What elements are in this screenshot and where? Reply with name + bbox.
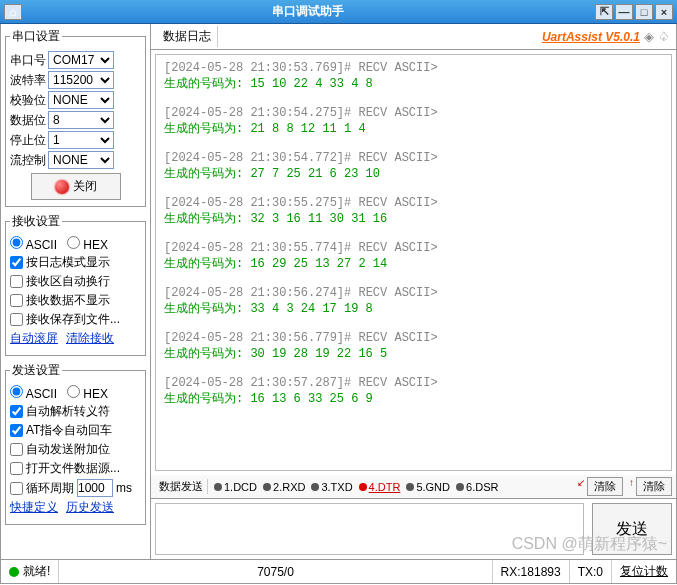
log-tab[interactable]: 数据日志 <box>157 26 218 47</box>
flow-label: 流控制 <box>10 152 48 169</box>
cycle-input[interactable] <box>77 479 113 497</box>
port-label: 串口号 <box>10 52 48 69</box>
recv-settings-legend: 接收设置 <box>10 213 62 230</box>
flow-select[interactable]: NONE <box>48 151 114 169</box>
parity-label: 校验位 <box>10 92 48 109</box>
log-header: 数据日志 UartAssist V5.0.1 ◈ ♤ <box>151 24 676 50</box>
close-port-button[interactable]: 关闭 <box>31 173 121 200</box>
signal-label: 1.DCD <box>224 481 257 493</box>
log-area[interactable]: [2024-05-28 21:30:53.769]# RECV ASCII>生成… <box>155 54 672 471</box>
signal-1.DCD[interactable]: 1.DCD <box>214 481 257 493</box>
status-reset[interactable]: 复位计数 <box>620 563 668 580</box>
signal-3.TXD[interactable]: 3.TXD <box>311 481 352 493</box>
brand-label[interactable]: UartAssist V5.0.1 <box>542 30 640 44</box>
status-ready: 就绪! <box>23 563 50 580</box>
status-rx: RX:181893 <box>501 565 561 579</box>
ready-icon <box>9 567 19 577</box>
status-tx: TX:0 <box>578 565 603 579</box>
log-timestamp: [2024-05-28 21:30:56.274]# RECV ASCII> <box>164 286 663 300</box>
recv-ascii-radio[interactable]: ASCII <box>10 236 57 252</box>
send-settings-group: 发送设置 ASCII HEX 自动解析转义符 AT指令自动回车 自动发送附加位 … <box>5 362 146 525</box>
status-center: 7075/0 <box>257 565 294 579</box>
recv-settings-group: 接收设置 ASCII HEX 按日志模式显示 接收区自动换行 接收数据不显示 接… <box>5 213 146 356</box>
log-timestamp: [2024-05-28 21:30:56.779]# RECV ASCII> <box>164 331 663 345</box>
send-escape-check[interactable] <box>10 405 23 418</box>
stopbits-label: 停止位 <box>10 132 48 149</box>
statusbar: 就绪! 7075/0 RX:181893 TX:0 复位计数 <box>0 560 677 584</box>
log-message: 生成的号码为: 33 4 3 24 17 19 8 <box>164 300 663 317</box>
send-hex-radio[interactable]: HEX <box>67 385 108 401</box>
signal-2.RXD[interactable]: 2.RXD <box>263 481 305 493</box>
port-settings-legend: 串口设置 <box>10 28 62 45</box>
log-timestamp: [2024-05-28 21:30:57.287]# RECV ASCII> <box>164 376 663 390</box>
log-message: 生成的号码为: 30 19 28 19 22 16 5 <box>164 345 663 362</box>
auto-scroll-link[interactable]: 自动滚屏 <box>10 330 58 347</box>
log-message: 生成的号码为: 16 29 25 13 27 2 14 <box>164 255 663 272</box>
log-message: 生成的号码为: 16 13 6 33 25 6 9 <box>164 390 663 407</box>
clear-arrow-icon: ↙ <box>577 477 585 496</box>
send-ascii-radio[interactable]: ASCII <box>10 385 57 401</box>
log-message: 生成的号码为: 21 8 8 12 11 1 4 <box>164 120 663 137</box>
diamond-icon[interactable]: ◈ <box>644 29 654 44</box>
signal-label: 2.RXD <box>273 481 305 493</box>
signal-dot-icon <box>311 483 319 491</box>
pin-button[interactable]: ⇱ <box>595 4 613 20</box>
log-timestamp: [2024-05-28 21:30:54.772]# RECV ASCII> <box>164 151 663 165</box>
baud-select[interactable]: 115200 <box>48 71 114 89</box>
history-send-link[interactable]: 历史发送 <box>66 499 114 516</box>
clear-send-button[interactable]: 清除 <box>587 477 623 496</box>
recv-logmode-check[interactable] <box>10 256 23 269</box>
baud-label: 波特率 <box>10 72 48 89</box>
close-window-button[interactable]: × <box>655 4 673 20</box>
parity-select[interactable]: NONE <box>48 91 114 109</box>
databits-select[interactable]: 8 <box>48 111 114 129</box>
log-timestamp: [2024-05-28 21:30:53.769]# RECV ASCII> <box>164 61 663 75</box>
maximize-button[interactable]: □ <box>635 4 653 20</box>
signal-label: 5.GND <box>416 481 450 493</box>
log-message: 生成的号码为: 32 3 16 11 30 31 16 <box>164 210 663 227</box>
right-panel: 数据日志 UartAssist V5.0.1 ◈ ♤ [2024-05-28 2… <box>151 24 676 559</box>
left-panel: 串口设置 串口号COM17 #S1 波特率115200 校验位NONE 数据位8… <box>1 24 151 559</box>
send-header: 数据发送 1.DCD2.RXD3.TXD4.DTR5.GND6.DSR ↙ 清除… <box>151 475 676 499</box>
send-cycle-check[interactable] <box>10 482 23 495</box>
signal-dot-icon <box>359 483 367 491</box>
log-message: 生成的号码为: 27 7 25 21 6 23 10 <box>164 165 663 182</box>
minimize-button[interactable]: — <box>615 4 633 20</box>
titlebar: ⌂ 串口调试助手 ⇱ — □ × <box>0 0 677 24</box>
port-settings-group: 串口设置 串口号COM17 #S1 波特率115200 校验位NONE 数据位8… <box>5 28 146 207</box>
stopbits-select[interactable]: 1 <box>48 131 114 149</box>
signal-dot-icon <box>456 483 464 491</box>
signal-5.GND[interactable]: 5.GND <box>406 481 450 493</box>
clear-recv-link[interactable]: 清除接收 <box>66 330 114 347</box>
signal-6.DSR[interactable]: 6.DSR <box>456 481 498 493</box>
menu-icon[interactable]: ⌂ <box>4 4 22 20</box>
send-openfile-check[interactable] <box>10 462 23 475</box>
send-textarea[interactable] <box>155 503 584 555</box>
send-button[interactable]: 发送 <box>592 503 672 555</box>
status-dot-icon <box>55 180 69 194</box>
signal-label: 6.DSR <box>466 481 498 493</box>
signal-dot-icon <box>406 483 414 491</box>
clear-arrow2-icon: ↑ <box>629 477 634 496</box>
window-title: 串口调试助手 <box>22 3 593 20</box>
log-message: 生成的号码为: 15 10 22 4 33 4 8 <box>164 75 663 92</box>
recv-nodisp-check[interactable] <box>10 294 23 307</box>
signal-4.DTR[interactable]: 4.DTR <box>359 481 401 493</box>
log-timestamp: [2024-05-28 21:30:55.275]# RECV ASCII> <box>164 196 663 210</box>
port-select[interactable]: COM17 #S1 <box>48 51 114 69</box>
send-settings-legend: 发送设置 <box>10 362 62 379</box>
send-at-check[interactable] <box>10 424 23 437</box>
recv-autowrap-check[interactable] <box>10 275 23 288</box>
bell-icon[interactable]: ♤ <box>658 29 670 44</box>
signal-label: 3.TXD <box>321 481 352 493</box>
recv-hex-radio[interactable]: HEX <box>67 236 108 252</box>
send-autoappend-check[interactable] <box>10 443 23 456</box>
quick-define-link[interactable]: 快捷定义 <box>10 499 58 516</box>
signal-label: 4.DTR <box>369 481 401 493</box>
signal-dot-icon <box>214 483 222 491</box>
recv-savefile-check[interactable] <box>10 313 23 326</box>
clear-send-button-2[interactable]: 清除 <box>636 477 672 496</box>
log-timestamp: [2024-05-28 21:30:55.774]# RECV ASCII> <box>164 241 663 255</box>
send-tab: 数据发送 <box>155 479 208 494</box>
signal-dot-icon <box>263 483 271 491</box>
